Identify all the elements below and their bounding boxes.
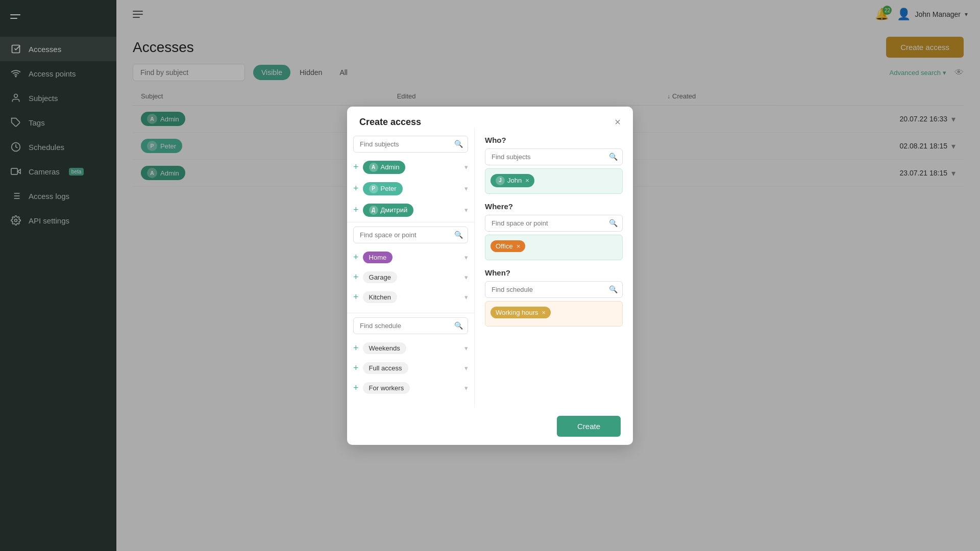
- dmitry-expand-icon: ▾: [464, 206, 468, 214]
- remove-working-hours-button[interactable]: ×: [542, 309, 546, 316]
- admin-chip: A Admin: [363, 161, 406, 174]
- add-garage-button[interactable]: +: [353, 272, 359, 283]
- where-section: Where? 🔍 Office ×: [485, 202, 623, 260]
- for-workers-chip: For workers: [363, 382, 410, 394]
- add-kitchen-button[interactable]: +: [353, 292, 359, 303]
- weekends-chip: Weekends: [363, 342, 406, 354]
- kitchen-expand-icon: ▾: [464, 293, 468, 301]
- full-access-expand-icon: ▾: [464, 364, 468, 372]
- section-separator-1: [347, 222, 474, 222]
- section-separator-2: [347, 313, 474, 313]
- modal-header: Create access ×: [347, 107, 633, 128]
- who-search-input[interactable]: [485, 148, 623, 165]
- add-home-button[interactable]: +: [353, 252, 359, 263]
- add-peter-button[interactable]: +: [353, 183, 359, 194]
- create-access-modal: Create access × 🔍 + A Admin: [347, 107, 633, 445]
- for-workers-expand-icon: ▾: [464, 384, 468, 392]
- where-search-input[interactable]: [485, 215, 623, 232]
- who-section: Who? 🔍 J John ×: [485, 136, 623, 194]
- admin-expand-icon: ▾: [464, 163, 468, 171]
- subjects-list: + A Admin ▾ + P Peter ▾: [347, 157, 474, 218]
- who-search-container: 🔍: [485, 148, 623, 165]
- spaces-list: + Home ▾ + Garage ▾ + Kitchen ▾: [347, 247, 474, 309]
- modal-create-button[interactable]: Create: [557, 416, 621, 437]
- when-search-container: 🔍: [485, 281, 623, 298]
- modal-overlay: Create access × 🔍 + A Admin: [0, 0, 980, 551]
- add-admin-button[interactable]: +: [353, 162, 359, 172]
- schedules-list: + Weekends ▾ + Full access ▾ + For worke…: [347, 338, 474, 399]
- modal-title: Create access: [359, 117, 421, 128]
- subjects-search-container: 🔍: [353, 136, 468, 153]
- schedules-search-container: 🔍: [353, 317, 468, 334]
- modal-body: 🔍 + A Admin ▾ + P: [347, 128, 633, 408]
- where-label: Where?: [485, 202, 623, 211]
- modal-close-button[interactable]: ×: [615, 117, 621, 127]
- modal-footer: Create: [347, 408, 633, 445]
- when-search-icon: 🔍: [609, 285, 618, 293]
- where-search-container: 🔍: [485, 215, 623, 232]
- when-section: When? 🔍 Working hours ×: [485, 268, 623, 327]
- when-label: When?: [485, 268, 623, 277]
- where-chips-area: Office ×: [485, 235, 623, 260]
- list-item-weekends[interactable]: + Weekends ▾: [347, 338, 474, 358]
- add-for-workers-button[interactable]: +: [353, 383, 359, 393]
- who-label: Who?: [485, 136, 623, 144]
- spaces-search-input[interactable]: [353, 227, 468, 243]
- when-search-input[interactable]: [485, 281, 623, 298]
- who-search-icon: 🔍: [609, 153, 618, 161]
- list-item-admin[interactable]: + A Admin ▾: [347, 157, 474, 178]
- garage-expand-icon: ▾: [464, 273, 468, 281]
- add-full-access-button[interactable]: +: [353, 363, 359, 373]
- list-item-for-workers[interactable]: + For workers ▾: [347, 378, 474, 398]
- where-search-icon: 🔍: [609, 219, 618, 227]
- home-chip: Home: [363, 252, 393, 263]
- modal-right-panel: Who? 🔍 J John × Where?: [475, 128, 633, 408]
- peter-expand-icon: ▾: [464, 185, 468, 192]
- dmitry-chip: Д Дмитрий: [363, 204, 414, 217]
- schedules-search-icon: 🔍: [454, 321, 463, 330]
- modal-left-panel: 🔍 + A Admin ▾ + P: [347, 128, 475, 408]
- when-chips-area: Working hours ×: [485, 301, 623, 327]
- remove-john-button[interactable]: ×: [525, 177, 529, 184]
- john-chip: J John ×: [491, 174, 534, 187]
- add-dmitry-button[interactable]: +: [353, 205, 359, 215]
- home-expand-icon: ▾: [464, 254, 468, 261]
- list-item-kitchen[interactable]: + Kitchen ▾: [347, 287, 474, 307]
- list-item-full-access[interactable]: + Full access ▾: [347, 358, 474, 378]
- list-item-peter[interactable]: + P Peter ▾: [347, 178, 474, 199]
- spaces-search-container: 🔍: [353, 227, 468, 243]
- schedules-search-input[interactable]: [353, 317, 468, 334]
- kitchen-chip: Kitchen: [363, 291, 397, 303]
- list-item-dmitry[interactable]: + Д Дмитрий ▾: [347, 199, 474, 218]
- weekends-expand-icon: ▾: [464, 344, 468, 352]
- garage-chip: Garage: [363, 271, 397, 283]
- peter-chip: P Peter: [363, 182, 403, 195]
- spaces-search-icon: 🔍: [454, 231, 463, 239]
- remove-office-button[interactable]: ×: [517, 242, 521, 250]
- who-chips-area: J John ×: [485, 168, 623, 194]
- add-weekends-button[interactable]: +: [353, 343, 359, 354]
- subjects-search-icon: 🔍: [454, 140, 463, 148]
- list-item-garage[interactable]: + Garage ▾: [347, 267, 474, 287]
- list-item-home[interactable]: + Home ▾: [347, 247, 474, 267]
- office-chip: Office ×: [491, 240, 525, 252]
- working-hours-chip: Working hours ×: [491, 307, 551, 318]
- subjects-search-input[interactable]: [353, 136, 468, 153]
- full-access-chip: Full access: [363, 362, 408, 374]
